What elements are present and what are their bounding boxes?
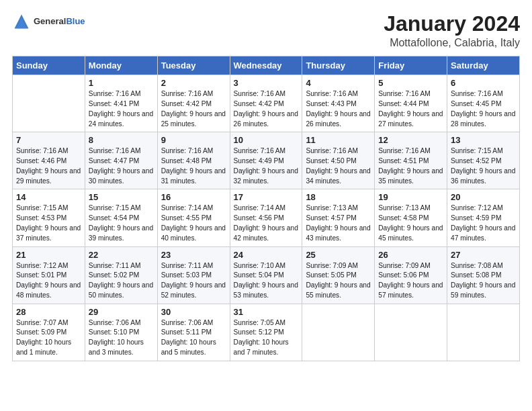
sunrise-text: Sunrise: 7:16 AM (234, 147, 286, 154)
sunset-text: Sunset: 5:09 PM (16, 328, 66, 336)
daylight-text: Daylight: 9 hours and 37 minutes. (16, 224, 81, 242)
col-header-monday: Monday (85, 56, 157, 75)
sunset-text: Sunset: 4:49 PM (234, 157, 284, 165)
daylight-text: Daylight: 10 hours and 5 minutes. (161, 338, 216, 356)
sunrise-text: Sunrise: 7:05 AM (234, 319, 286, 326)
calendar-cell: 19Sunrise: 7:13 AMSunset: 4:58 PMDayligh… (375, 189, 447, 246)
day-detail: Sunrise: 7:15 AMSunset: 4:54 PMDaylight:… (89, 203, 154, 243)
calendar-cell: 23Sunrise: 7:11 AMSunset: 5:03 PMDayligh… (157, 246, 230, 304)
calendar-cell: 7Sunrise: 7:16 AMSunset: 4:46 PMDaylight… (13, 132, 85, 189)
day-number: 13 (451, 135, 516, 145)
day-number: 4 (306, 78, 371, 88)
daylight-text: Daylight: 9 hours and 30 minutes. (89, 167, 153, 185)
daylight-text: Daylight: 9 hours and 50 minutes. (89, 281, 153, 299)
day-detail: Sunrise: 7:08 AMSunset: 5:08 PMDaylight:… (451, 261, 516, 301)
sunset-text: Sunset: 4:47 PM (89, 157, 139, 165)
sunset-text: Sunset: 4:59 PM (451, 214, 501, 222)
day-number: 31 (234, 307, 299, 317)
col-header-friday: Friday (375, 56, 447, 75)
day-number: 8 (89, 135, 154, 145)
col-header-tuesday: Tuesday (157, 56, 230, 75)
calendar-cell: 4Sunrise: 7:16 AMSunset: 4:43 PMDaylight… (302, 75, 375, 132)
sunset-text: Sunset: 4:51 PM (378, 157, 429, 165)
sunset-text: Sunset: 5:01 PM (16, 271, 66, 279)
day-number: 28 (16, 307, 81, 317)
calendar-cell: 20Sunrise: 7:12 AMSunset: 4:59 PMDayligh… (447, 189, 520, 246)
sunrise-text: Sunrise: 7:06 AM (161, 319, 214, 326)
day-detail: Sunrise: 7:14 AMSunset: 4:55 PMDaylight:… (161, 203, 226, 243)
daylight-text: Daylight: 9 hours and 57 minutes. (378, 281, 443, 299)
calendar-page: GeneralBlue January 2024 Mottafollone, C… (0, 0, 532, 411)
day-number: 9 (161, 135, 226, 145)
day-number: 16 (161, 192, 226, 202)
sunset-text: Sunset: 5:12 PM (234, 328, 284, 336)
sunrise-text: Sunrise: 7:16 AM (89, 90, 141, 97)
calendar-cell: 9Sunrise: 7:16 AMSunset: 4:48 PMDaylight… (157, 132, 230, 189)
daylight-text: Daylight: 9 hours and 25 minutes. (161, 110, 226, 128)
sunrise-text: Sunrise: 7:16 AM (451, 90, 503, 97)
col-header-saturday: Saturday (447, 56, 520, 75)
calendar-cell: 27Sunrise: 7:08 AMSunset: 5:08 PMDayligh… (447, 246, 520, 304)
sunrise-text: Sunrise: 7:16 AM (306, 147, 358, 154)
day-detail: Sunrise: 7:06 AMSunset: 5:11 PMDaylight:… (161, 318, 226, 358)
daylight-text: Daylight: 9 hours and 48 minutes. (16, 281, 81, 299)
sunrise-text: Sunrise: 7:11 AM (89, 262, 141, 269)
day-number: 11 (306, 135, 371, 145)
sunrise-text: Sunrise: 7:13 AM (306, 204, 358, 212)
calendar-cell: 16Sunrise: 7:14 AMSunset: 4:55 PMDayligh… (157, 189, 230, 246)
week-row-5: 28Sunrise: 7:07 AMSunset: 5:09 PMDayligh… (13, 304, 520, 361)
calendar-cell: 14Sunrise: 7:15 AMSunset: 4:53 PMDayligh… (13, 189, 85, 246)
day-detail: Sunrise: 7:16 AMSunset: 4:44 PMDaylight:… (378, 89, 443, 129)
day-detail: Sunrise: 7:11 AMSunset: 5:03 PMDaylight:… (161, 261, 226, 301)
day-number: 20 (451, 192, 516, 202)
sunrise-text: Sunrise: 7:12 AM (16, 262, 69, 269)
calendar-cell: 30Sunrise: 7:06 AMSunset: 5:11 PMDayligh… (157, 304, 230, 361)
day-detail: Sunrise: 7:15 AMSunset: 4:53 PMDaylight:… (16, 203, 81, 243)
sunset-text: Sunset: 4:56 PM (234, 214, 284, 222)
day-number: 10 (234, 135, 299, 145)
logo-general: General (34, 16, 66, 26)
day-detail: Sunrise: 7:15 AMSunset: 4:52 PMDaylight:… (451, 146, 516, 186)
daylight-text: Daylight: 9 hours and 31 minutes. (161, 167, 226, 185)
day-detail: Sunrise: 7:16 AMSunset: 4:43 PMDaylight:… (306, 89, 371, 129)
sunset-text: Sunset: 4:41 PM (89, 100, 139, 107)
day-detail: Sunrise: 7:16 AMSunset: 4:48 PMDaylight:… (161, 146, 226, 186)
sunset-text: Sunset: 5:06 PM (378, 271, 429, 279)
calendar-cell: 12Sunrise: 7:16 AMSunset: 4:51 PMDayligh… (375, 132, 447, 189)
day-number: 7 (16, 135, 81, 145)
sunset-text: Sunset: 4:58 PM (378, 214, 429, 222)
daylight-text: Daylight: 9 hours and 24 minutes. (89, 110, 153, 128)
day-detail: Sunrise: 7:16 AMSunset: 4:42 PMDaylight:… (161, 89, 226, 129)
daylight-text: Daylight: 9 hours and 26 minutes. (234, 110, 298, 128)
calendar-cell: 24Sunrise: 7:10 AMSunset: 5:04 PMDayligh… (230, 246, 302, 304)
day-detail: Sunrise: 7:05 AMSunset: 5:12 PMDaylight:… (234, 318, 299, 358)
sunrise-text: Sunrise: 7:10 AM (234, 262, 286, 269)
daylight-text: Daylight: 10 hours and 1 minute. (16, 338, 71, 356)
sunset-text: Sunset: 4:54 PM (89, 214, 139, 222)
daylight-text: Daylight: 9 hours and 52 minutes. (161, 281, 226, 299)
daylight-text: Daylight: 9 hours and 34 minutes. (306, 167, 370, 185)
sunset-text: Sunset: 5:05 PM (306, 271, 356, 279)
day-number: 14 (16, 192, 81, 202)
sunset-text: Sunset: 4:48 PM (161, 157, 212, 165)
header: GeneralBlue January 2024 Mottafollone, C… (12, 12, 520, 49)
calendar-cell: 25Sunrise: 7:09 AMSunset: 5:05 PMDayligh… (302, 246, 375, 304)
sunrise-text: Sunrise: 7:14 AM (161, 204, 214, 212)
daylight-text: Daylight: 10 hours and 7 minutes. (234, 338, 289, 356)
daylight-text: Daylight: 9 hours and 53 minutes. (234, 281, 298, 299)
daylight-text: Daylight: 9 hours and 27 minutes. (378, 110, 443, 128)
calendar-cell: 3Sunrise: 7:16 AMSunset: 4:42 PMDaylight… (230, 75, 302, 132)
day-detail: Sunrise: 7:16 AMSunset: 4:51 PMDaylight:… (378, 146, 443, 186)
sunrise-text: Sunrise: 7:15 AM (89, 204, 141, 212)
sunset-text: Sunset: 4:46 PM (16, 157, 66, 165)
daylight-text: Daylight: 9 hours and 43 minutes. (306, 224, 370, 242)
sunset-text: Sunset: 4:52 PM (451, 157, 501, 165)
day-detail: Sunrise: 7:11 AMSunset: 5:02 PMDaylight:… (89, 261, 154, 301)
calendar-cell: 13Sunrise: 7:15 AMSunset: 4:52 PMDayligh… (447, 132, 520, 189)
day-detail: Sunrise: 7:14 AMSunset: 4:56 PMDaylight:… (234, 203, 299, 243)
day-number: 6 (451, 78, 516, 88)
day-detail: Sunrise: 7:16 AMSunset: 4:45 PMDaylight:… (451, 89, 516, 129)
sunrise-text: Sunrise: 7:16 AM (306, 90, 358, 97)
sunset-text: Sunset: 5:04 PM (234, 271, 284, 279)
daylight-text: Daylight: 9 hours and 45 minutes. (378, 224, 443, 242)
